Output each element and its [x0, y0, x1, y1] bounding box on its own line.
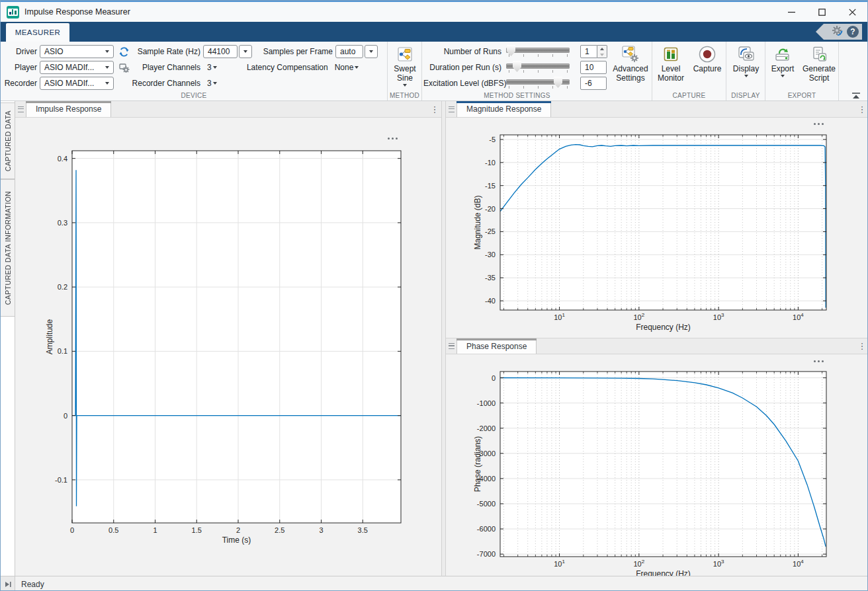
- vertical-splitter[interactable]: [441, 101, 446, 576]
- panel-handle-icon[interactable]: [446, 338, 456, 354]
- svg-text:-1000: -1000: [477, 399, 496, 407]
- chevron-down-icon: [105, 82, 109, 85]
- recorder-channels-dropdown[interactable]: 3: [207, 79, 221, 88]
- player-label: Player: [3, 63, 37, 72]
- axes-toolbar-dots[interactable]: [814, 360, 824, 362]
- recorder-dropdown[interactable]: ASIO MADIf...: [40, 77, 114, 90]
- panel-handle-icon[interactable]: [446, 101, 456, 117]
- latency-compensation-dropdown[interactable]: None: [335, 63, 363, 72]
- driver-dropdown[interactable]: ASIO: [40, 45, 114, 58]
- axes-toolbar-dots[interactable]: [814, 123, 824, 125]
- display-section-label: DISPLAY: [726, 92, 765, 99]
- player-channels-label: Player Channels: [130, 63, 200, 72]
- sample-rate-input[interactable]: 44100: [203, 45, 238, 58]
- close-button[interactable]: [837, 2, 867, 22]
- chevron-down-icon: [213, 66, 217, 69]
- section-method: Swept Sine METHOD: [388, 42, 422, 100]
- duration-per-run-field[interactable]: 10: [580, 61, 607, 74]
- axes-toolbar-dots[interactable]: [388, 138, 398, 139]
- svg-text:104: 104: [793, 312, 804, 321]
- svg-text:101: 101: [554, 559, 565, 568]
- maximize-button[interactable]: [806, 2, 837, 22]
- svg-text:-20: -20: [485, 205, 496, 213]
- panel-menu-icon[interactable]: ⋮: [428, 101, 441, 117]
- tab-phase-response[interactable]: Phase Response: [456, 338, 537, 354]
- svg-text:-6000: -6000: [477, 525, 496, 533]
- svg-text:0.5: 0.5: [108, 526, 118, 534]
- svg-text:0.2: 0.2: [58, 283, 67, 291]
- sidebar-tab-captured-data[interactable]: CAPTURED DATA: [1, 102, 15, 179]
- section-export: Export Generate Script EXPORT: [765, 42, 839, 100]
- recorder-label: Recorder: [3, 79, 37, 88]
- minimize-button[interactable]: [776, 2, 806, 22]
- samples-per-frame-label: Samples per Frame: [252, 47, 333, 56]
- number-of-runs-field[interactable]: 1: [580, 45, 597, 58]
- preferences-gear-icon[interactable]: [831, 24, 844, 40]
- player-dropdown[interactable]: ASIO MADIf...: [40, 61, 114, 74]
- svg-text:0: 0: [70, 526, 74, 534]
- app-icon: [7, 6, 19, 19]
- toolstrip: Driver ASIO Sample Rate (Hz) 44100 Sampl…: [1, 42, 867, 101]
- tab-measurer[interactable]: MEASURER: [6, 23, 69, 42]
- left-tabstrip: CAPTURED DATA CAPTURED DATA INFORMATION: [1, 101, 15, 576]
- impulse-response-chart: 00.511.522.533.5-0.100.10.20.30.4Time (s…: [15, 118, 441, 576]
- section-method-settings: Number of Runs 1 Duration per Run (s): [422, 42, 652, 100]
- status-message: Ready: [21, 580, 44, 589]
- samples-per-frame-dropdown[interactable]: [365, 45, 378, 58]
- sample-rate-dropdown[interactable]: [239, 45, 252, 58]
- panel-handle-icon[interactable]: [15, 101, 26, 117]
- svg-text:102: 102: [634, 312, 645, 321]
- magnitude-response-chart: 101102103104-5-10-15-20-25-30-35-40Frequ…: [446, 118, 868, 338]
- recorder-channels-label: Recorder Channels: [130, 79, 200, 88]
- help-icon[interactable]: ?: [847, 26, 859, 38]
- export-section-label: EXPORT: [765, 92, 838, 99]
- collapse-ribbon-icon[interactable]: [851, 90, 861, 97]
- chevron-down-icon: [105, 50, 109, 53]
- number-of-runs-slider[interactable]: [505, 44, 571, 59]
- sidebar-tab-captured-data-information[interactable]: CAPTURED DATA INFORMATION: [1, 179, 15, 317]
- svg-text:-5000: -5000: [477, 500, 496, 508]
- audio-device-settings-icon[interactable]: [117, 61, 130, 74]
- samples-per-frame-input[interactable]: auto: [335, 45, 363, 58]
- panel-menu-icon[interactable]: ⋮: [855, 101, 868, 117]
- advanced-settings-button[interactable]: Advanced Settings: [611, 42, 650, 83]
- svg-text:2: 2: [236, 526, 240, 534]
- svg-text:3.5: 3.5: [358, 526, 368, 534]
- ribbon-tabstrip: MEASURER ?: [1, 22, 867, 42]
- show-panel-icon[interactable]: [1, 576, 15, 591]
- section-display: Display DISPLAY: [726, 42, 765, 100]
- statusbar: Ready: [1, 576, 867, 591]
- phase-plot-area: 1011021031040-1000-2000-3000-4000-5000-6…: [446, 355, 868, 576]
- duration-per-run-slider[interactable]: [505, 60, 571, 75]
- svg-text:-2000: -2000: [477, 424, 496, 432]
- chevron-down-icon: [744, 75, 748, 77]
- device-section-label: DEVICE: [1, 92, 387, 99]
- swept-sine-label: Swept Sine: [390, 64, 419, 83]
- swept-sine-button[interactable]: Swept Sine: [388, 42, 422, 87]
- impulse-plot-area: 00.511.522.533.5-0.100.10.20.30.4Time (s…: [15, 118, 441, 576]
- tab-impulse-response[interactable]: Impulse Response: [26, 101, 111, 117]
- panel-menu-icon[interactable]: ⋮: [855, 338, 868, 354]
- toolstrip-end-zone: [839, 42, 867, 100]
- svg-text:-35: -35: [485, 274, 496, 282]
- svg-text:Phase (radians): Phase (radians): [473, 436, 482, 492]
- excitation-level-slider[interactable]: [505, 76, 571, 91]
- svg-text:1.5: 1.5: [192, 526, 202, 534]
- display-button[interactable]: Display: [726, 42, 765, 77]
- player-channels-dropdown[interactable]: 3: [207, 63, 221, 72]
- display-icon: [737, 44, 756, 64]
- refresh-devices-icon[interactable]: [117, 45, 130, 58]
- method-section-label: METHOD: [388, 92, 421, 99]
- number-of-runs-label: Number of Runs: [423, 47, 501, 56]
- svg-text:0: 0: [492, 374, 496, 382]
- excitation-level-field[interactable]: -6: [580, 77, 607, 90]
- magnitude-tabbar: Magnitude Response ⋮: [446, 101, 868, 118]
- app-window: Impulse Response Measurer MEASURER: [0, 0, 868, 591]
- capture-section-label: CAPTURE: [652, 92, 726, 99]
- tab-magnitude-response[interactable]: Magnitude Response: [456, 101, 551, 117]
- number-of-runs-spinner[interactable]: [597, 45, 607, 58]
- level-monitor-label: Level Monitor: [654, 64, 687, 83]
- capture-icon: [698, 44, 716, 64]
- chevron-down-icon: [243, 50, 247, 53]
- svg-text:103: 103: [713, 559, 724, 568]
